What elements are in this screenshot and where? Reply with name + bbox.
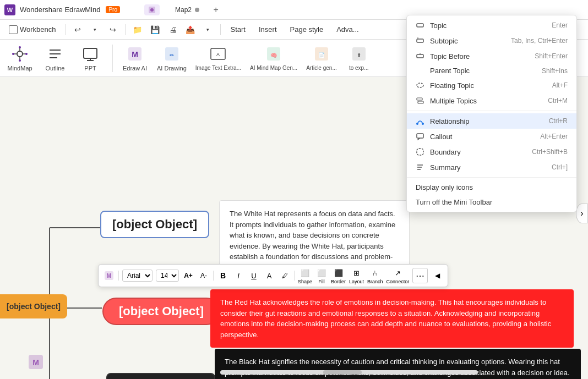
horizontal-scrollbar[interactable] [220,370,478,375]
start-menu-item[interactable]: Start [225,23,251,36]
font-color-button[interactable]: A [263,270,275,282]
border-tool[interactable]: ⬛ Border [331,267,346,284]
ai-mindmap-gen-tool[interactable]: 🧠 AI Mind Map Gen... [250,45,297,71]
mini-sep-3 [294,271,295,281]
shape-icon: ⬜ [299,267,311,279]
layout-tool[interactable]: ⊞ Layout [349,267,364,284]
insert-menu-item[interactable]: Insert [253,23,282,36]
shape-tool[interactable]: ⬜ Shape [298,267,312,284]
toolbar-separator-1 [112,45,113,72]
undo-button[interactable]: ↩ [70,22,85,37]
menu-separator-3 [220,24,221,35]
app-logo: W [4,4,15,15]
red-hat-node[interactable]: [object Object] [102,298,220,325]
svg-point-9 [12,53,14,55]
floating-topic-menu-item[interactable]: Floating Topic Alt+F [407,78,576,93]
svg-rect-14 [84,48,97,58]
topic-before-shortcut: Shift+Enter [535,52,568,60]
scrollbar-thumb[interactable] [323,370,362,375]
connector-tool[interactable]: ↗ Connector [386,267,410,284]
font-family-select[interactable]: Arial [122,270,153,282]
fill-label: Fill [318,279,325,284]
technique-node[interactable]: [object Object] [0,294,67,318]
font-size-decrease-icon[interactable]: A- [198,270,210,282]
connector-label: Connector [386,279,410,284]
redo-button[interactable]: ↪ [105,22,121,37]
save-button[interactable]: 💾 [148,22,163,37]
highlight-button[interactable]: 🖊 [279,270,291,282]
right-panel-expand-button[interactable]: › [576,204,588,223]
image-text-label: Image Text Extra... [195,65,241,71]
pro-badge: Pro [106,6,120,13]
article-gen-tool[interactable]: 📄 Article gen... [306,45,337,71]
relationship-icon [416,117,424,125]
white-hat-node[interactable]: [object Object] [100,211,209,238]
italic-button[interactable]: I [232,270,244,282]
print-preview-button[interactable]: 🖨 [165,22,181,37]
relationship-menu-item[interactable]: Relationship Ctrl+R [407,113,576,129]
export-icon: ⬆ [350,45,368,63]
ppt-label: PPT [84,65,96,72]
map-tab-svg-icon [148,6,156,14]
map2-tab[interactable]: Map2 [170,4,205,16]
svg-point-8 [19,59,21,62]
ppt-tool[interactable]: PPT [77,45,104,72]
svg-rect-52 [417,134,423,138]
summary-menu-item[interactable]: Summary Ctrl+] [407,160,576,175]
fill-tool[interactable]: ⬜ Fill [315,267,328,284]
branch-icon: ⑃ [369,267,381,279]
outline-icon [46,45,64,63]
generate-icon[interactable]: M [103,270,115,282]
display-only-icons-item[interactable]: Display only icons [407,180,576,195]
undo-dropdown-button[interactable]: ▾ [88,22,103,37]
font-size-select[interactable]: 14 [156,270,179,282]
subtopic-menu-item[interactable]: Subtopic Tab, Ins, Ctrl+Enter [407,33,576,48]
multiple-topics-menu-item[interactable]: Multiple Topics Ctrl+M [407,93,576,108]
branch-label: Branch [367,279,383,284]
bold-button[interactable]: B [217,270,229,282]
technique-label: [object Object] [7,302,61,311]
red-hat-label: [object Object] [119,304,204,318]
workbench-label: Workbench [20,25,56,34]
menu-divider-1 [407,111,576,111]
export-tool[interactable]: ⬆ to exp... [346,45,372,71]
relationship-shortcut: Ctrl+R [549,117,568,125]
edraw-ai-tool[interactable]: M Edraw AI [122,45,148,72]
red-hat-info-text: The Red Hat acknowledges the role of emo… [220,298,551,339]
folder-button[interactable]: 📁 [130,22,145,37]
topic-before-menu-item[interactable]: Topic Before Shift+Enter [407,48,576,64]
outline-tool[interactable]: Outline [42,45,68,72]
svg-text:📄: 📄 [318,52,325,59]
export-button[interactable]: 📤 [183,22,198,37]
parent-topic-menu-item[interactable]: Parent Topic Shift+Ins [407,64,576,78]
chevron-right-icon: › [580,208,583,218]
workbench-icon [9,25,18,34]
svg-point-2 [17,51,23,57]
ai-drawing-tool[interactable]: ✏ AI Drawing [157,45,187,72]
boundary-menu-item[interactable]: Boundary Ctrl+Shift+B [407,144,576,160]
more-options-button[interactable]: ⋯ [412,268,428,283]
turn-off-mini-toolbar-item[interactable]: Turn off the Mini Toolbar [407,195,576,210]
page-style-menu-item[interactable]: Page style [285,23,329,36]
add-tab-button[interactable]: + [209,3,222,17]
workbench-button[interactable]: Workbench [4,23,61,36]
adva-menu-item[interactable]: Adva... [331,23,364,36]
collapse-mini-toolbar-button[interactable]: ◀ [431,270,443,282]
edraw-logo-icon: M [28,354,44,370]
topic-menu-item[interactable]: Topic Enter [407,18,576,33]
font-size-increase-icon[interactable]: A+ [182,270,194,282]
callout-menu-item[interactable]: Callout Alt+Enter [407,129,576,144]
svg-rect-42 [417,24,423,27]
export-dropdown-button[interactable]: ▾ [200,22,216,37]
summary-label: Summary [430,163,546,172]
parent-topic-shortcut: Shift+Ins [542,67,568,75]
image-text-tool[interactable]: A Image Text Extra... [195,45,241,71]
branch-tool[interactable]: ⑃ Branch [367,267,383,284]
black-hat-node[interactable]: [object Object] [106,373,215,379]
callout-shortcut: Alt+Enter [540,133,568,140]
svg-text:🧠: 🧠 [270,52,277,59]
mindmap-tool[interactable]: MindMap [7,45,33,72]
underline-button[interactable]: U [248,270,260,282]
menu-separator-1 [65,24,66,35]
floating-topic-label: Floating Topic [430,81,547,90]
